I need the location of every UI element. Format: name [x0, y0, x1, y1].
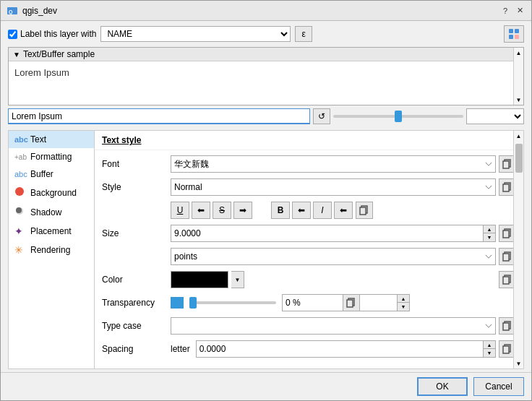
transp-down-btn[interactable]: ▼	[398, 303, 409, 311]
format-buttons-row: U ⬅ S ➡ B ⬅ I ⬅	[102, 201, 516, 220]
style-dropdown[interactable]: Normal	[171, 178, 496, 196]
sidebar-item-buffer[interactable]: abc Buffer	[9, 165, 94, 183]
spacing-up-btn[interactable]: ▲	[484, 341, 495, 349]
sidebar-item-text[interactable]: abc Text	[9, 131, 94, 148]
ok-button[interactable]: OK	[417, 377, 468, 396]
label-row: Label this layer with NAME ε	[1, 21, 531, 47]
panel-scrollbar[interactable]: ▲ ▼	[513, 131, 523, 368]
svg-point-8	[16, 207, 22, 213]
app-icon: Q	[7, 5, 18, 17]
size-unit-row: points	[102, 247, 516, 266]
transparency-copy-btn[interactable]	[343, 294, 360, 311]
color-control: ▼	[171, 271, 516, 288]
bold-copy-btn[interactable]: ⬅	[292, 202, 311, 219]
sidebar-item-background[interactable]: Background	[9, 183, 94, 202]
label-checkbox-wrapper[interactable]: Label this layer with	[8, 29, 96, 39]
sidebar-item-placement[interactable]: ✦ Placement	[9, 222, 94, 241]
label-field-dropdown[interactable]: NAME	[100, 26, 291, 42]
copy-icon-6	[502, 275, 512, 285]
svg-rect-20	[503, 277, 509, 284]
svg-rect-5	[515, 35, 519, 39]
panel-scroll-thumb[interactable]	[515, 144, 523, 173]
preview-combo[interactable]	[466, 108, 524, 124]
svg-rect-14	[360, 207, 366, 215]
transparency-control: ▲ ▼	[171, 294, 516, 311]
sidebar-item-formatting[interactable]: +ab Formatting	[9, 148, 94, 165]
collapse-icon[interactable]: ▼	[13, 51, 20, 59]
sidebar-label-formatting: Formatting	[30, 152, 72, 162]
grid-button[interactable]	[504, 25, 524, 43]
svg-rect-4	[509, 35, 513, 39]
left-indent-btn[interactable]: ⬅	[192, 202, 210, 219]
spacing-control: letter ▲ ▼	[171, 340, 516, 358]
scroll-up-btn[interactable]: ▲	[514, 48, 524, 58]
font-label: Font	[102, 159, 171, 169]
color-label: Color	[102, 275, 171, 285]
type-case-dropdown[interactable]	[171, 317, 496, 335]
formatting-icon: +ab	[14, 153, 26, 161]
spacing-down-btn[interactable]: ▼	[484, 349, 495, 357]
sidebar-item-shadow[interactable]: Shadow	[9, 202, 94, 222]
svg-rect-12	[503, 184, 509, 191]
close-button[interactable]: ✕	[514, 5, 525, 17]
copy-icon-7	[346, 298, 356, 308]
preview-input-row: ↺	[8, 108, 524, 124]
refresh-button[interactable]: ↺	[313, 108, 330, 124]
right-indent-btn[interactable]: ➡	[233, 202, 252, 219]
format-copy-btn[interactable]	[356, 202, 373, 219]
type-case-label: Type case	[102, 321, 171, 331]
svg-rect-24	[503, 323, 509, 330]
underline-btn[interactable]: U	[171, 202, 189, 219]
spacing-label: Spacing	[102, 344, 171, 354]
size-down-btn[interactable]: ▼	[484, 233, 495, 241]
preview-slider[interactable]	[333, 115, 463, 118]
sample-scrollbar[interactable]: ▲ ▼	[513, 48, 523, 105]
buffer-icon: abc	[14, 170, 26, 178]
italic-btn[interactable]: I	[313, 202, 332, 219]
size-unit-control: points	[171, 248, 516, 265]
transparency-spinner: ▲ ▼	[282, 294, 340, 311]
sidebar: abc Text +ab Formatting abc Buffer Backg…	[8, 130, 95, 369]
strikethrough-btn[interactable]: S	[213, 202, 231, 219]
svg-rect-22	[347, 300, 353, 307]
color-row: Color ▼	[102, 270, 516, 289]
bold-btn[interactable]: B	[271, 202, 290, 219]
transparency-arrows: ▲ ▼	[397, 294, 410, 311]
epsilon-button[interactable]: ε	[295, 26, 312, 42]
svg-rect-18	[503, 254, 509, 261]
form-rows: Font 华文新魏	[95, 150, 523, 368]
font-dropdown[interactable]: 华文新魏	[171, 155, 496, 173]
format-btns-control: U ⬅ S ➡ B ⬅ I ⬅	[171, 202, 516, 219]
svg-point-6	[15, 187, 24, 196]
preview-text-input[interactable]	[8, 108, 310, 124]
label-checkbox[interactable]	[8, 30, 17, 39]
text-icon: abc	[14, 135, 26, 144]
spacing-sublabel: letter	[171, 344, 190, 354]
size-unit-dropdown[interactable]: points	[171, 248, 496, 265]
title-bar-controls: ? ✕	[499, 5, 525, 17]
cancel-button[interactable]: Cancel	[473, 377, 524, 396]
color-picker-btn[interactable]	[171, 271, 228, 288]
help-button[interactable]: ?	[499, 5, 511, 17]
spacing-input[interactable]	[196, 340, 483, 358]
size-label: Size	[102, 228, 171, 238]
scroll-down-btn[interactable]: ▼	[514, 95, 524, 105]
sidebar-item-rendering[interactable]: ✳ Rendering	[9, 241, 94, 259]
sample-preview-area: Lorem Ipsum	[9, 61, 523, 105]
color-dropdown-arrow[interactable]: ▼	[231, 271, 244, 288]
sample-header-label: Text/Buffer sample	[23, 49, 95, 59]
size-input[interactable]	[171, 225, 483, 242]
transp-up-btn[interactable]: ▲	[398, 295, 409, 303]
spacing-row: Spacing letter ▲ ▼	[102, 340, 516, 358]
transparency-slider[interactable]	[189, 301, 276, 304]
bottom-bar: OK Cancel	[1, 372, 531, 400]
italic-copy-btn[interactable]: ⬅	[334, 202, 353, 219]
sidebar-label-shadow: Shadow	[30, 207, 61, 217]
panel-scroll-up[interactable]: ▲	[514, 131, 524, 141]
svg-rect-26	[503, 346, 509, 353]
size-up-btn[interactable]: ▲	[484, 225, 495, 233]
transparency-input[interactable]	[282, 294, 397, 311]
type-case-row: Type case	[102, 316, 516, 335]
font-row: Font 华文新魏	[102, 155, 516, 173]
panel-scroll-down[interactable]: ▼	[514, 358, 524, 368]
